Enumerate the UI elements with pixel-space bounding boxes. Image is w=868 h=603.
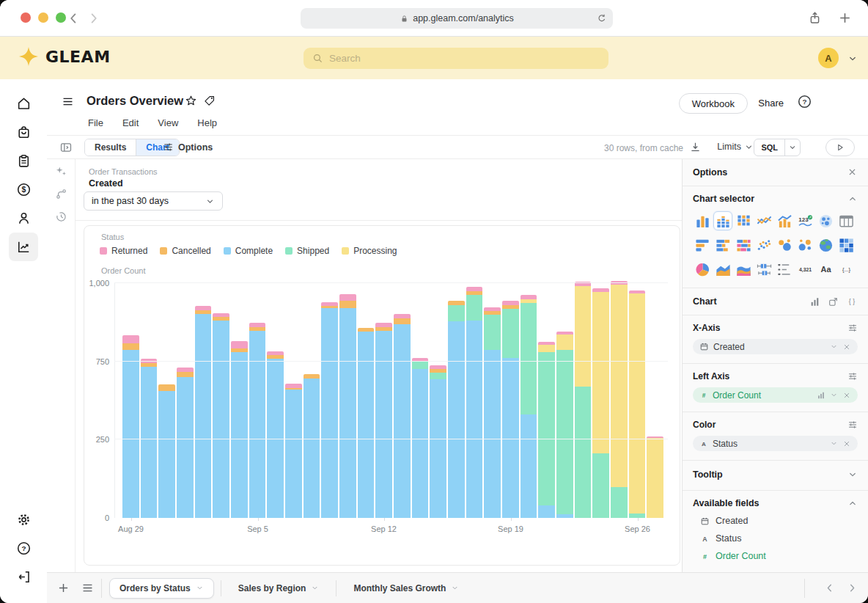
export-window-icon[interactable]: [828, 296, 839, 307]
chart-type-kpi-123-icon[interactable]: 123↗: [796, 211, 815, 230]
chart-type-pie-icon[interactable]: [693, 260, 712, 279]
bar-sep-2[interactable]: [195, 306, 212, 518]
bar-sep-21[interactable]: [538, 342, 555, 518]
chart-card[interactable]: Status ReturnedCancelledCompleteShippedP…: [84, 225, 680, 566]
legend-item-cancelled[interactable]: Cancelled: [160, 246, 210, 256]
chart-type-legend-list-icon[interactable]: [776, 260, 795, 279]
page-tab-monthly-sales-growth[interactable]: Monthly Sales Growth: [343, 578, 469, 599]
close-icon[interactable]: [847, 167, 858, 178]
chevron-down-icon[interactable]: [830, 391, 838, 399]
tune-icon[interactable]: [847, 323, 858, 333]
chart-type-box-plot-icon[interactable]: [754, 260, 773, 279]
chart-type-json-icon[interactable]: {...}: [837, 260, 856, 279]
sidebar-item-analytics[interactable]: [9, 233, 38, 261]
bar-sep-25[interactable]: [611, 281, 628, 518]
history-icon[interactable]: [55, 211, 67, 223]
sidebar-item-help[interactable]: ?: [9, 534, 38, 563]
chart-type-scatter-icon[interactable]: [754, 235, 773, 255]
tag-icon[interactable]: [203, 95, 216, 107]
bar-sep-26[interactable]: [629, 290, 646, 518]
chart-type-horizontal-stacked-multi-icon[interactable]: [734, 235, 753, 255]
sidebar-item-logout[interactable]: [9, 563, 38, 591]
left-axis-field-pill[interactable]: # Order Count: [693, 387, 858, 403]
chart-type-column-stacked-icon[interactable]: [713, 211, 732, 230]
pages-menu-icon[interactable]: [81, 582, 94, 594]
window-zoom-button[interactable]: [56, 12, 66, 23]
legend-item-processing[interactable]: Processing: [342, 246, 397, 256]
legend-item-returned[interactable]: Returned: [100, 246, 147, 256]
sidebar-item-settings[interactable]: [9, 505, 38, 534]
favorite-star-icon[interactable]: [185, 95, 197, 107]
bar-sep-4[interactable]: [231, 341, 248, 518]
limits-dropdown[interactable]: Limits: [717, 142, 754, 152]
sql-split-button[interactable]: SQL: [754, 139, 801, 156]
mini-bars-icon[interactable]: [809, 296, 820, 307]
bar-aug-31[interactable]: [158, 384, 175, 518]
next-page-icon[interactable]: [847, 582, 858, 593]
remove-field-icon[interactable]: [842, 343, 851, 351]
bar-sep-16[interactable]: [448, 301, 465, 518]
bar-sep-8[interactable]: [304, 374, 320, 518]
chevron-up-icon[interactable]: [847, 194, 858, 204]
remove-field-icon[interactable]: [842, 439, 851, 448]
bar-sep-15[interactable]: [430, 365, 446, 518]
menu-view[interactable]: View: [158, 117, 178, 128]
tune-icon[interactable]: [847, 420, 858, 430]
field-created[interactable]: Created: [700, 516, 858, 526]
page-tab-sales-by-region[interactable]: Sales by Region: [228, 578, 330, 599]
chart-type-horizontal-stacked-icon[interactable]: [713, 235, 732, 255]
legend-item-complete[interactable]: Complete: [224, 246, 273, 256]
field-status[interactable]: AStatus: [700, 533, 858, 544]
avatar[interactable]: A: [818, 48, 839, 68]
add-page-icon[interactable]: [57, 582, 70, 594]
tab-chevron-down-icon[interactable]: [311, 584, 319, 592]
chart-type-column-bar-icon[interactable]: [693, 211, 712, 230]
page-tab-orders-by-status[interactable]: Orders by Status: [109, 578, 214, 599]
bar-aug-29[interactable]: [122, 335, 139, 518]
field-order-count[interactable]: #Order Count: [700, 551, 858, 561]
date-filter-select[interactable]: in the past 30 days: [84, 191, 223, 211]
bar-sep-12[interactable]: [375, 323, 392, 518]
x-axis-field-pill[interactable]: Created: [693, 339, 858, 354]
chart-type-horizontal-bar-icon[interactable]: [693, 235, 712, 255]
window-minimize-button[interactable]: [38, 12, 48, 23]
bar-sep-11[interactable]: [358, 328, 375, 518]
chart-type-table-columns-icon[interactable]: [837, 211, 856, 230]
ai-sparkles-icon[interactable]: [55, 165, 67, 178]
help-icon[interactable]: ?: [797, 94, 812, 109]
bar-sep-9[interactable]: [321, 302, 338, 518]
bar-sep-17[interactable]: [466, 287, 483, 518]
remove-field-icon[interactable]: [842, 391, 851, 400]
chart-type-big-number-icon[interactable]: 4,321: [796, 260, 815, 279]
sidebar-item-customers[interactable]: [9, 204, 38, 233]
sidebar-item-home[interactable]: [9, 89, 38, 118]
bar-sep-14[interactable]: [412, 358, 429, 518]
tab-results[interactable]: Results: [85, 139, 136, 156]
share-page-icon[interactable]: [808, 11, 822, 25]
window-close-button[interactable]: [21, 12, 31, 23]
chart-type-geo-bubble-icon[interactable]: [817, 211, 836, 230]
chart-type-line-icon[interactable]: [754, 211, 773, 230]
bar-sep-22[interactable]: [556, 332, 573, 518]
refresh-icon[interactable]: [597, 13, 607, 23]
bar-sep-5[interactable]: [249, 323, 266, 518]
chart-type-combo-icon[interactable]: [776, 211, 795, 230]
color-field-pill[interactable]: A Status: [693, 436, 858, 451]
workbook-menu-icon[interactable]: [62, 95, 74, 108]
legend-item-shipped[interactable]: Shipped: [285, 246, 329, 256]
chart-type-area-icon[interactable]: [713, 260, 732, 279]
prev-page-icon[interactable]: [824, 582, 835, 593]
bar-sep-24[interactable]: [592, 288, 609, 518]
workbook-mode-button[interactable]: Workbook: [679, 93, 748, 114]
bar-sep-20[interactable]: [521, 295, 537, 518]
chevron-down-icon[interactable]: [830, 343, 838, 351]
address-bar[interactable]: app.gleam.com/analytics: [301, 8, 613, 29]
share-button[interactable]: Share: [758, 98, 784, 109]
download-icon[interactable]: [689, 141, 702, 153]
brand-logo[interactable]: GLEAM: [18, 45, 111, 67]
options-toggle[interactable]: Options: [163, 142, 213, 153]
bar-sep-27[interactable]: [647, 436, 663, 518]
bar-sep-10[interactable]: [339, 294, 356, 518]
chevron-up-icon[interactable]: [847, 498, 858, 508]
chart-type-bubble-alt-icon[interactable]: [796, 235, 815, 255]
